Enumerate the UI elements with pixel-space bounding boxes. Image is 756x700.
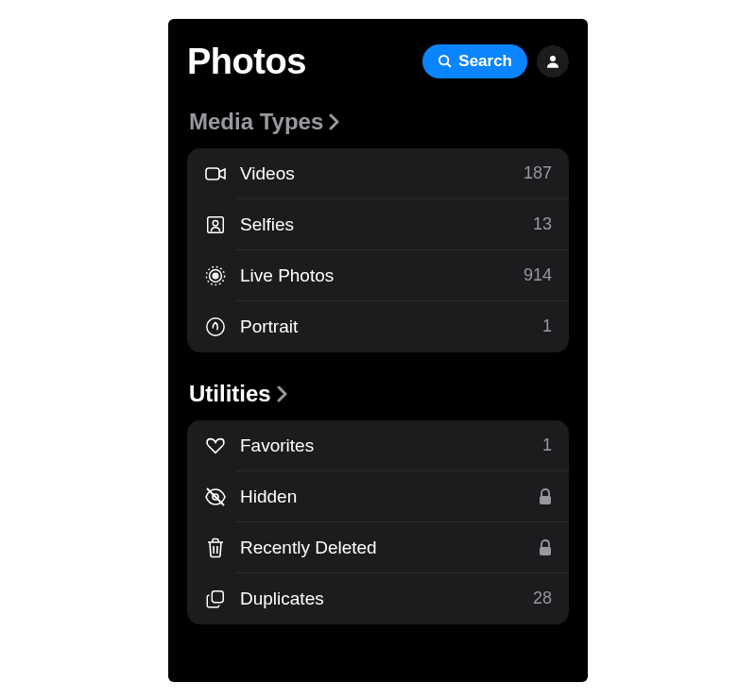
- list-item-duplicates[interactable]: Duplicates 28: [187, 573, 569, 624]
- section-title: Utilities: [189, 381, 271, 407]
- video-icon: [204, 162, 227, 185]
- item-label: Favorites: [240, 435, 542, 456]
- svg-point-0: [439, 56, 448, 64]
- utilities-section: Utilities Favorites 1: [187, 381, 569, 624]
- svg-point-6: [213, 273, 218, 279]
- item-label: Portrait: [240, 316, 542, 337]
- item-label: Live Photos: [240, 265, 524, 286]
- section-title: Media Types: [189, 109, 323, 135]
- media-types-header[interactable]: Media Types: [187, 109, 569, 135]
- eye-slash-icon: [204, 486, 227, 508]
- chevron-right-icon: [277, 385, 288, 402]
- search-button[interactable]: Search: [422, 44, 527, 78]
- header: Photos Search: [187, 42, 569, 82]
- item-label: Duplicates: [240, 589, 533, 609]
- selfie-icon: [204, 213, 227, 236]
- search-button-label: Search: [458, 52, 512, 71]
- trash-icon: [204, 537, 227, 559]
- utilities-header[interactable]: Utilities: [187, 381, 569, 407]
- svg-line-1: [448, 63, 452, 67]
- svg-rect-4: [208, 216, 224, 232]
- profile-button[interactable]: [537, 45, 569, 77]
- item-count: 1: [542, 435, 552, 455]
- media-types-list: Videos 187 Selfies 13: [187, 148, 569, 352]
- item-label: Hidden: [240, 487, 539, 507]
- duplicate-icon: [204, 588, 227, 610]
- svg-rect-12: [540, 496, 551, 504]
- list-item-hidden[interactable]: Hidden: [187, 471, 569, 522]
- live-photo-icon: [204, 265, 227, 287]
- item-label: Videos: [240, 163, 524, 184]
- item-label: Recently Deleted: [240, 538, 539, 558]
- heart-icon: [204, 435, 227, 457]
- chevron-right-icon: [329, 113, 340, 130]
- list-item-recently-deleted[interactable]: Recently Deleted: [187, 522, 569, 573]
- svg-point-9: [207, 317, 224, 334]
- svg-point-2: [550, 56, 556, 61]
- photos-app-screen: Photos Search: [168, 19, 588, 682]
- item-count: 28: [533, 589, 552, 608]
- list-item-live-photos[interactable]: Live Photos 914: [187, 250, 569, 301]
- list-item-videos[interactable]: Videos 187: [187, 148, 569, 199]
- item-count: 1: [542, 316, 552, 336]
- lock-icon: [539, 539, 552, 556]
- svg-rect-3: [206, 168, 219, 179]
- svg-rect-16: [212, 590, 223, 602]
- page-title: Photos: [187, 42, 306, 82]
- svg-point-5: [213, 220, 218, 226]
- utilities-list: Favorites 1 Hidden: [187, 420, 569, 624]
- header-actions: Search: [422, 44, 569, 78]
- item-label: Selfies: [240, 214, 533, 235]
- item-count: 13: [533, 214, 552, 234]
- list-item-favorites[interactable]: Favorites 1: [187, 420, 569, 471]
- person-icon: [544, 53, 561, 70]
- item-count: 187: [524, 163, 552, 183]
- item-count: 914: [524, 265, 552, 285]
- media-types-section: Media Types Videos 187: [187, 109, 569, 352]
- list-item-portrait[interactable]: Portrait 1: [187, 301, 569, 352]
- portrait-icon: [204, 316, 227, 338]
- search-icon: [438, 54, 453, 69]
- lock-icon: [539, 488, 552, 505]
- list-item-selfies[interactable]: Selfies 13: [187, 199, 569, 250]
- svg-rect-15: [540, 547, 551, 555]
